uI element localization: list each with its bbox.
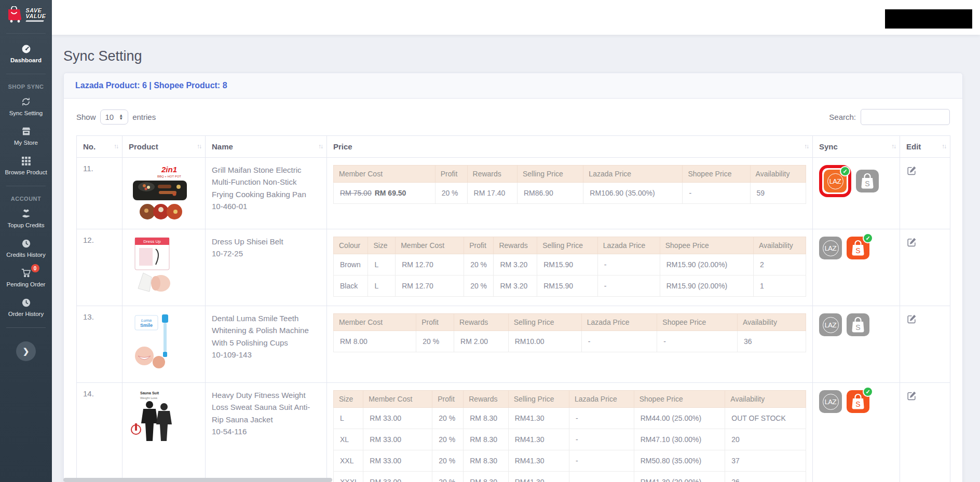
check-icon: ✓	[840, 166, 850, 176]
dashboard-icon	[21, 44, 31, 54]
price-value-cell: L	[368, 276, 396, 297]
svg-text:2in1: 2in1	[161, 165, 177, 174]
row-number: 12.	[77, 229, 122, 306]
price-value-cell: RM15.90 (20.00%)	[660, 254, 753, 276]
price-value-cell: RM41.30	[508, 472, 569, 482]
price-value-cell: 20 %	[432, 472, 464, 482]
sidebar-item-order-history[interactable]: Order History	[0, 297, 52, 318]
column-header-name[interactable]: Name↑↓	[206, 136, 327, 158]
price-value-cell: -	[581, 331, 657, 352]
hand-heart-icon	[21, 209, 31, 219]
price-value-cell: RM 12.70	[396, 276, 464, 297]
price-value-cell: 2	[753, 254, 806, 276]
price-value-cell: RM 33.00	[363, 408, 432, 429]
price-value-cell: 20 %	[464, 276, 494, 297]
svg-text:Dress Up: Dress Up	[143, 239, 161, 244]
shopee-sync-button[interactable]: S ✓	[847, 237, 869, 259]
edit-cell	[900, 383, 950, 482]
svg-text:Luma: Luma	[141, 318, 152, 323]
table-header-row: No.↑↓ Product↑↓ Name↑↓ Price↑↓ Sync↑↓ Ed…	[77, 136, 950, 158]
cart-icon: 0	[21, 268, 31, 278]
sidebar-item-pending-order[interactable]: 0 Pending Order	[0, 268, 52, 288]
edit-icon[interactable]	[906, 313, 917, 324]
sync-cell: LAZ S	[813, 306, 900, 383]
price-col-header: Rewards	[467, 166, 517, 183]
sidebar-item-label: Order History	[8, 311, 44, 318]
lazada-sync-highlight: LAZ ✓	[819, 165, 851, 197]
row-number: 14.	[77, 383, 122, 482]
column-header-no[interactable]: No.↑↓	[77, 136, 122, 158]
price-value-cell: RM15.90 (20.00%)	[660, 276, 753, 297]
svg-text:Sauna Suit: Sauna Suit	[140, 391, 159, 395]
sidebar-item-label: Dashboard	[10, 57, 42, 64]
page-length-control: Show 10 ▲▼ entries	[76, 109, 156, 125]
sidebar-item-topup-credits[interactable]: Topup Credits	[0, 209, 52, 229]
lazada-sync-button[interactable]: LAZ ✓	[824, 170, 847, 192]
main-content: Sync Setting Lazada Product: 6 | Shopee …	[52, 35, 980, 482]
price-value-cell: 20 %	[435, 183, 467, 204]
search-input[interactable]	[861, 109, 950, 125]
sync-cell: LAZ S ✓	[813, 383, 900, 482]
shopee-sync-button[interactable]: S	[847, 313, 869, 336]
grid-icon	[22, 156, 31, 166]
price-col-header: Rewards	[454, 314, 509, 331]
edit-cell	[900, 229, 950, 306]
column-header-sync[interactable]: Sync↑↓	[813, 136, 900, 158]
sidebar-item-my-store[interactable]: My Store	[0, 126, 52, 146]
sidebar-toggle-button[interactable]: ❯	[16, 341, 36, 361]
price-cell: Size Member Cost Profit Rewards Selling …	[327, 383, 813, 482]
shopping-bag-logo-icon	[6, 6, 24, 23]
page-size-select[interactable]: 10 ▲▼	[100, 109, 129, 125]
sidebar-item-sync-setting[interactable]: Sync Setting	[0, 97, 52, 117]
table-controls: Show 10 ▲▼ entries Search:	[76, 109, 950, 125]
price-value-cell: RM50.80 (35.00%)	[634, 450, 725, 472]
column-header-product[interactable]: Product↑↓	[122, 136, 206, 158]
price-col-header: Lazada Price	[597, 237, 660, 254]
new-price: RM 69.50	[375, 189, 406, 197]
history-icon	[22, 297, 31, 308]
lazada-sync-button[interactable]: LAZ	[819, 390, 842, 413]
edit-icon[interactable]	[906, 390, 917, 401]
price-value-cell: RM 3.20	[494, 276, 537, 297]
price-value-cell: RM 33.00	[363, 450, 432, 472]
edit-icon[interactable]	[906, 237, 917, 247]
edit-icon[interactable]	[906, 165, 917, 176]
price-value-cell: RM 8.30	[464, 408, 508, 429]
price-value-cell: 20 %	[432, 408, 464, 429]
brand-logo[interactable]: SAVE VALUE	[0, 0, 52, 28]
svg-text:S: S	[855, 400, 860, 408]
price-value-cell: RM 8.00	[334, 331, 416, 352]
sidebar: SAVE VALUE Dashboard SHOP SYNC Sync Sett…	[0, 0, 52, 482]
price-value-cell: 20 %	[464, 254, 494, 276]
price-value-cell: RM86.90	[517, 183, 583, 204]
sidebar-item-label: Sync Setting	[9, 110, 43, 117]
horizontal-scrollbar-thumb[interactable]	[63, 478, 332, 482]
price-value-cell: XXXL	[334, 472, 363, 482]
page-title: Sync Setting	[63, 48, 963, 64]
sidebar-item-browse-product[interactable]: Browse Product	[0, 156, 52, 176]
column-header-price[interactable]: Price↑↓	[327, 136, 813, 158]
edit-cell	[900, 158, 950, 229]
price-value-cell: RM 8.30	[464, 450, 508, 472]
price-value-cell: RM41.30	[508, 429, 569, 450]
sidebar-item-label: Credits History	[6, 252, 45, 258]
shopee-sync-button[interactable]: S ✓	[847, 390, 869, 413]
price-col-header: Availability	[725, 391, 806, 408]
product-image-belt-box: Dress Up	[129, 236, 175, 298]
table-row: 14. Sauna Suit Weight Loss	[77, 383, 950, 482]
sidebar-item-dashboard[interactable]: Dashboard	[0, 44, 52, 64]
product-code: 10-54-116	[212, 427, 247, 436]
lazada-sync-button[interactable]: LAZ	[819, 237, 842, 259]
lazada-sync-button[interactable]: LAZ	[819, 313, 842, 336]
price-value-cell: L	[368, 254, 396, 276]
shopee-sync-button[interactable]: S	[856, 170, 879, 192]
price-col-header: Rewards	[464, 391, 508, 408]
old-price: RM 75.00	[340, 189, 372, 197]
price-value-cell: 20	[725, 429, 806, 450]
column-header-edit[interactable]: Edit↑↓	[900, 136, 950, 158]
sidebar-divider	[6, 74, 46, 74]
table-row: 13. Luma Smile	[77, 306, 950, 383]
table-row: 12. Dress Up	[77, 229, 950, 306]
price-value-cell: -	[569, 408, 634, 429]
sidebar-item-credits-history[interactable]: Credits History	[0, 238, 52, 258]
